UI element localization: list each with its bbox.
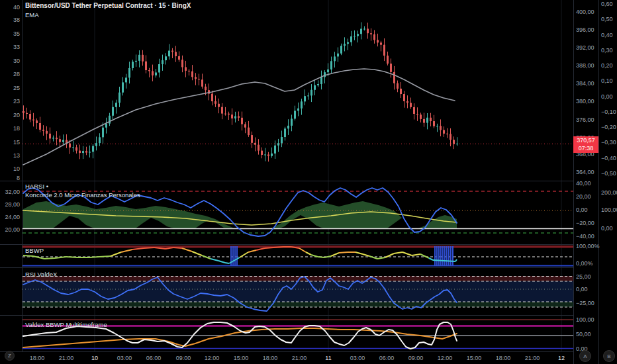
- axis-tick: 8: [1, 175, 20, 181]
- time-tick: 18:00: [24, 355, 50, 361]
- axis-tick: 40,00: [576, 180, 591, 187]
- time-tick: 10: [81, 355, 108, 361]
- time-tick: 12:00: [432, 355, 458, 361]
- time-tick: 03:00: [344, 355, 371, 361]
- axis-tick: −0,20: [601, 124, 616, 130]
- axis-tick: 0,00: [601, 93, 613, 100]
- time-tick: 21:00: [286, 355, 312, 361]
- ema-label: EMA: [25, 11, 39, 19]
- rsi-pane-title: RSI ValdeX: [25, 271, 57, 278]
- axis-tick: −25,00: [576, 300, 594, 306]
- time-tick: 09:00: [170, 355, 197, 361]
- time-tick: 18:00: [257, 355, 283, 361]
- time-tick: 09:00: [403, 355, 429, 361]
- time-tick: 06:00: [140, 355, 167, 361]
- axis-tick: 20: [1, 112, 20, 118]
- far-right-axis[interactable]: [598, 0, 617, 364]
- time-tick: 12:00: [199, 355, 225, 361]
- axis-tick: 28: [1, 71, 20, 77]
- axis-tick: 38: [1, 17, 20, 23]
- time-tick: 12: [548, 355, 575, 361]
- axis-tick: 32,00: [1, 189, 20, 195]
- last-price-value: 370,57: [573, 136, 598, 144]
- axis-tick: 25: [1, 85, 20, 91]
- axis-tick: 392,00: [576, 44, 594, 51]
- axis-tick: 380,00: [576, 98, 594, 105]
- axis-tick: 0,00: [601, 225, 613, 232]
- time-tick: 11: [315, 355, 342, 361]
- axis-tick: 396,00: [576, 26, 594, 33]
- axis-tick: 100,00%: [576, 243, 600, 250]
- time-tick: 21:00: [53, 355, 79, 361]
- axis-tick: 384,00: [576, 80, 594, 87]
- axis-tick: 100,00: [601, 206, 617, 213]
- axis-tick: 0,60: [601, 1, 613, 7]
- axis-tick: 18: [1, 125, 20, 132]
- axis-tick: −0,50: [601, 170, 616, 177]
- axis-tick: 20,00: [576, 193, 591, 200]
- axis-tick: 0,00%: [576, 260, 593, 267]
- axis-tick: 0,00: [576, 286, 588, 293]
- bbwp-pane-title: BBWP: [25, 247, 44, 254]
- koncorde-pane-title: Koncorde 2.0 Micro Finanzas Personales: [25, 191, 140, 199]
- axis-tick: −0,40: [601, 155, 616, 161]
- symbol-title: Bittensor/USD Tether Perpetual Contract …: [25, 2, 191, 10]
- axis-tick: 364,00: [576, 169, 594, 175]
- axis-tick: 200,00: [601, 189, 617, 196]
- time-tick: 15:00: [228, 355, 254, 361]
- time-tick: 03:00: [111, 355, 138, 361]
- time-tick: 18:00: [490, 355, 516, 361]
- last-price-label: 370,57 07:38: [573, 136, 598, 153]
- axis-tick: 33: [1, 44, 20, 50]
- time-tick: 21:00: [519, 355, 546, 361]
- axis-tick: 0,50: [601, 16, 613, 23]
- axis-tick: −0,30: [601, 139, 616, 146]
- hint-badge-a[interactable]: A: [579, 350, 591, 362]
- axis-tick: 25,00: [576, 273, 591, 280]
- axis-tick: 0,10: [601, 77, 613, 84]
- axis-tick: 388,00: [576, 62, 594, 69]
- axis-tick: −0,10: [601, 109, 616, 115]
- axis-tick: 100,00: [576, 316, 594, 323]
- axis-tick: 10: [1, 165, 20, 172]
- axis-tick: 23: [1, 98, 20, 105]
- axis-tick: 40: [1, 4, 20, 11]
- axis-tick: 13: [1, 152, 20, 159]
- harsi-pane-title: HARSI •: [25, 183, 48, 190]
- axis-tick: 0,20: [601, 62, 613, 69]
- axis-tick: 15: [1, 139, 20, 146]
- bar-countdown: 07:38: [573, 144, 598, 152]
- chart-canvas[interactable]: [0, 0, 617, 364]
- axis-tick: 0,40: [601, 32, 613, 38]
- axis-tick: 35: [1, 30, 20, 37]
- axis-tick: 50,00: [576, 331, 591, 338]
- hint-badge-z[interactable]: Z: [5, 351, 15, 361]
- time-tick: 06:00: [373, 355, 400, 361]
- axis-tick: 28,00: [1, 201, 20, 208]
- axis-tick: −20,00: [576, 220, 594, 226]
- tradingview-chart-window: Bittensor/USD Tether Perpetual Contract …: [0, 0, 617, 364]
- axis-tick: −40,00: [576, 233, 594, 240]
- axis-tick: 20,00: [1, 226, 20, 233]
- axis-tick: 30: [1, 58, 20, 64]
- axis-tick: 0,30: [601, 47, 613, 54]
- valdex-pane-title: Valdex BBWP Multitimeframe: [25, 321, 107, 328]
- time-tick: 15:00: [461, 355, 487, 361]
- axis-tick: 376,00: [576, 116, 594, 123]
- axis-tick: 400,00: [576, 9, 594, 15]
- hint-badge-b[interactable]: B: [603, 350, 615, 362]
- axis-tick: 24,00: [1, 214, 20, 220]
- axis-tick: 0,00: [576, 206, 588, 213]
